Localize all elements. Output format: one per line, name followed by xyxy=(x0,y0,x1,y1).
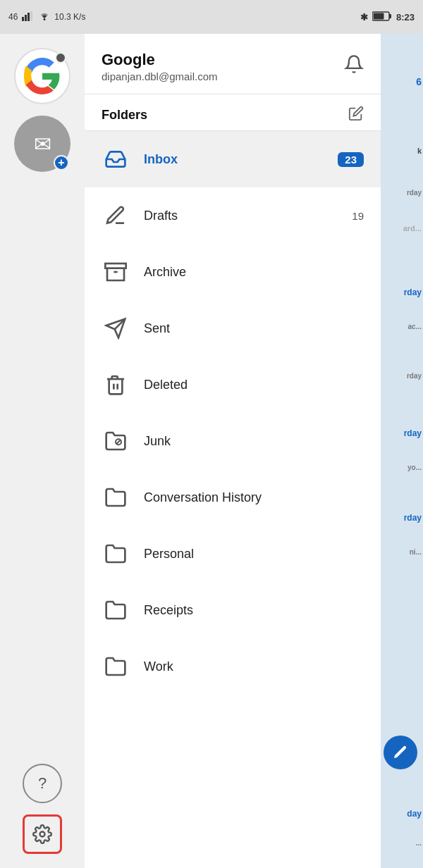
sidebar: ✉ + ? xyxy=(0,34,85,868)
personal-folder-icon xyxy=(102,540,130,568)
sent-icon xyxy=(102,314,130,342)
svg-point-4 xyxy=(44,18,46,20)
inbox-icon xyxy=(102,145,130,173)
bg-text-yo: yo... xyxy=(407,464,422,471)
folder-item-deleted[interactable]: Deleted xyxy=(85,356,381,413)
inbox-badge: 23 xyxy=(338,152,364,167)
receipts-label: Receipts xyxy=(144,603,364,618)
bluetooth-icon: ✱ xyxy=(360,12,368,23)
folder-list: Inbox 23 Drafts 19 xyxy=(85,131,381,868)
inbox-label: Inbox xyxy=(144,152,338,167)
junk-icon xyxy=(102,427,130,455)
drafts-label: Drafts xyxy=(144,209,352,223)
svg-rect-7 xyxy=(373,13,384,19)
main-layout: ✉ + ? Google dipanjan.dbl@gmail.com xyxy=(0,34,423,868)
junk-label: Junk xyxy=(144,434,364,449)
bg-text-k: k xyxy=(417,147,422,155)
time-label: 8:23 xyxy=(396,12,415,23)
bg-text-ard: ard... xyxy=(403,224,422,232)
mail-icon: ✉ xyxy=(34,132,51,156)
svg-rect-2 xyxy=(27,13,30,21)
folders-header: Folders xyxy=(85,94,381,131)
conversation-history-label: Conversation History xyxy=(144,490,364,505)
svg-line-16 xyxy=(116,440,120,444)
bg-text-ac: ac... xyxy=(408,323,422,330)
help-button[interactable]: ? xyxy=(23,764,62,803)
settings-icon xyxy=(32,824,52,844)
folder-item-sent[interactable]: Sent xyxy=(85,300,381,356)
add-account-badge: + xyxy=(54,155,69,170)
bg-text-rday: rday xyxy=(407,189,422,197)
folder-item-receipts[interactable]: Receipts xyxy=(85,582,381,638)
personal-label: Personal xyxy=(144,547,364,562)
carrier-label: 46 xyxy=(8,12,18,22)
svg-rect-0 xyxy=(22,17,24,21)
bg-text-rday3: rday xyxy=(404,428,422,438)
folder-item-work[interactable]: Work xyxy=(85,638,381,695)
battery-icon xyxy=(372,11,392,23)
online-dot xyxy=(55,52,66,63)
account-name: Google xyxy=(102,51,344,69)
folder-item-conversation-history[interactable]: Conversation History xyxy=(85,469,381,526)
notifications-button[interactable] xyxy=(344,54,364,79)
drafts-icon xyxy=(102,202,130,230)
bg-text-rday2: rday xyxy=(404,287,422,297)
svg-rect-1 xyxy=(25,15,27,21)
sidebar-bottom: ? xyxy=(23,764,62,854)
bg-text-day: rday xyxy=(407,372,422,380)
work-folder-icon xyxy=(102,652,130,681)
conversation-history-folder-icon xyxy=(102,483,130,512)
folder-item-archive[interactable]: Archive xyxy=(85,244,381,300)
account-header: Google dipanjan.dbl@gmail.com xyxy=(85,34,381,94)
drawer-panel: Google dipanjan.dbl@gmail.com Folders xyxy=(85,34,381,868)
network-speed: 10.3 K/s xyxy=(54,12,85,22)
bg-text-day5: day xyxy=(407,809,422,819)
bg-badge-6: 6 xyxy=(416,76,422,87)
svg-rect-6 xyxy=(389,14,391,18)
bg-text-end: ... xyxy=(416,839,422,847)
svg-rect-9 xyxy=(105,264,125,268)
deleted-icon xyxy=(102,371,130,399)
folder-item-inbox[interactable]: Inbox 23 xyxy=(85,131,381,187)
receipts-folder-icon xyxy=(102,596,130,624)
archive-icon xyxy=(102,258,130,286)
svg-point-8 xyxy=(40,832,45,837)
folder-item-personal[interactable]: Personal xyxy=(85,526,381,582)
status-bar: 46 10.3 K/s ✱ 8:23 xyxy=(0,0,423,34)
deleted-label: Deleted xyxy=(144,378,364,392)
google-account-avatar[interactable] xyxy=(14,48,70,104)
folders-title: Folders xyxy=(102,108,147,123)
bg-text-rday4: rday xyxy=(404,513,422,523)
compose-fab[interactable] xyxy=(384,736,417,769)
status-right: ✱ 8:23 xyxy=(360,11,415,23)
compose-icon xyxy=(392,744,409,761)
wifi-icon xyxy=(39,12,50,23)
google-logo xyxy=(24,58,61,94)
account-info: Google dipanjan.dbl@gmail.com xyxy=(102,51,344,82)
work-label: Work xyxy=(144,659,364,674)
second-account-avatar[interactable]: ✉ + xyxy=(14,116,70,172)
status-left: 46 10.3 K/s xyxy=(8,11,85,23)
sent-label: Sent xyxy=(144,321,364,336)
archive-label: Archive xyxy=(144,265,364,280)
bg-text-ni: ni... xyxy=(410,548,422,556)
drafts-badge: 19 xyxy=(352,210,364,222)
account-email: dipanjan.dbl@gmail.com xyxy=(102,70,344,82)
settings-button[interactable] xyxy=(23,814,62,854)
edit-folders-button[interactable] xyxy=(348,106,364,125)
svg-rect-3 xyxy=(30,11,32,21)
folder-item-drafts[interactable]: Drafts 19 xyxy=(85,187,381,244)
signal-icon xyxy=(22,11,35,23)
folder-item-junk[interactable]: Junk xyxy=(85,413,381,469)
